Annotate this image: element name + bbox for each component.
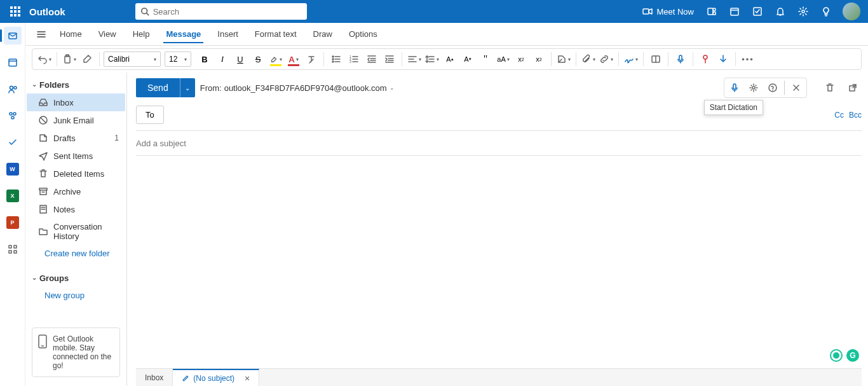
new-group-link[interactable]: New group bbox=[27, 287, 125, 304]
font-color-button[interactable]: A▾ bbox=[285, 51, 302, 67]
italic-button[interactable]: I bbox=[214, 51, 231, 67]
bold-button[interactable]: B bbox=[196, 51, 213, 67]
cc-link[interactable]: Cc bbox=[834, 111, 844, 120]
pencil-icon bbox=[182, 375, 189, 382]
rail-more-apps[interactable] bbox=[4, 240, 22, 258]
bcc-link[interactable]: Bcc bbox=[849, 111, 862, 120]
todo-icon-button[interactable] bbox=[747, 1, 768, 22]
bottom-tab-inbox[interactable]: Inbox bbox=[136, 369, 173, 386]
rail-todo[interactable] bbox=[4, 134, 22, 151]
strikethrough-button[interactable]: S bbox=[250, 51, 266, 67]
change-case-button[interactable]: aA▾ bbox=[495, 51, 512, 67]
send-button[interactable]: Send bbox=[136, 78, 180, 97]
styles-button[interactable]: ▾ bbox=[555, 51, 572, 67]
font-name-select[interactable]: Calibri▾ bbox=[104, 52, 161, 67]
folder-sent[interactable]: Sent Items bbox=[27, 147, 125, 165]
immersive-reader-button[interactable] bbox=[648, 51, 664, 67]
tab-message[interactable]: Message bbox=[158, 23, 208, 46]
folder-drafts[interactable]: Drafts1 bbox=[27, 129, 125, 147]
download-button[interactable] bbox=[715, 51, 731, 67]
meet-now-button[interactable]: Meet Now bbox=[637, 1, 699, 22]
mobile-ad[interactable]: Get Outlook mobile. Stay connected on th… bbox=[32, 327, 120, 377]
subject-input[interactable] bbox=[136, 139, 862, 148]
svg-rect-21 bbox=[9, 251, 11, 253]
settings-button[interactable] bbox=[793, 1, 813, 22]
attach-button[interactable]: ▾ bbox=[580, 51, 597, 67]
folder-deleted[interactable]: Deleted Items bbox=[27, 165, 125, 183]
superscript-button[interactable]: x2 bbox=[531, 51, 547, 67]
phone-icon bbox=[37, 334, 48, 348]
link-button[interactable]: ▾ bbox=[598, 51, 614, 67]
dictation-help-button[interactable] bbox=[764, 79, 782, 96]
quote-button[interactable]: " bbox=[477, 51, 494, 67]
font-size-select[interactable]: 12▾ bbox=[165, 52, 191, 67]
decrease-font-button[interactable]: A▾ bbox=[459, 51, 476, 67]
groups-header[interactable]: ⌄Groups bbox=[27, 270, 125, 287]
to-button[interactable]: To bbox=[136, 106, 164, 124]
svg-point-70 bbox=[769, 84, 776, 92]
tab-home[interactable]: Home bbox=[52, 23, 90, 46]
outdent-button[interactable] bbox=[363, 51, 380, 67]
rail-calendar[interactable] bbox=[4, 53, 22, 71]
folders-header[interactable]: ⌄Folders bbox=[27, 76, 125, 93]
rail-excel[interactable]: X bbox=[4, 187, 22, 205]
close-tab-button[interactable]: × bbox=[245, 373, 250, 383]
paste-button[interactable]: ▾ bbox=[61, 51, 78, 67]
dictate-button[interactable] bbox=[726, 79, 743, 96]
lightbulb-icon bbox=[821, 6, 831, 17]
tab-insert[interactable]: Insert bbox=[210, 23, 246, 46]
align-button[interactable]: ▾ bbox=[406, 51, 423, 67]
app-launcher[interactable] bbox=[8, 4, 23, 19]
tab-format-text[interactable]: Format text bbox=[247, 23, 304, 46]
rail-mail[interactable] bbox=[4, 27, 22, 45]
sensitivity-button[interactable] bbox=[697, 51, 714, 67]
grammarly-widget[interactable]: G bbox=[830, 349, 859, 362]
folder-history[interactable]: Conversation History bbox=[27, 218, 125, 245]
more-ribbon-button[interactable]: ••• bbox=[740, 51, 756, 67]
dictate-ribbon-button[interactable] bbox=[672, 51, 689, 67]
folder-archive[interactable]: Archive bbox=[27, 183, 125, 200]
send-dropdown[interactable]: ⌄ bbox=[180, 78, 195, 97]
rail-powerpoint[interactable]: P bbox=[4, 214, 22, 231]
popout-button[interactable] bbox=[844, 79, 862, 96]
create-folder-link[interactable]: Create new folder bbox=[27, 245, 125, 262]
increase-font-button[interactable]: A▴ bbox=[442, 51, 458, 67]
clear-format-button[interactable] bbox=[303, 51, 320, 67]
rail-groups[interactable] bbox=[4, 107, 22, 125]
tab-draw[interactable]: Draw bbox=[306, 23, 340, 46]
teams-icon-button[interactable] bbox=[702, 1, 722, 22]
folder-junk[interactable]: Junk Email bbox=[27, 111, 125, 129]
format-painter-button[interactable] bbox=[79, 51, 95, 67]
tips-button[interactable] bbox=[816, 1, 836, 22]
subscript-button[interactable]: x2 bbox=[513, 51, 529, 67]
dictation-close-button[interactable] bbox=[787, 79, 805, 96]
people-icon bbox=[8, 84, 18, 94]
indent-button[interactable] bbox=[381, 51, 398, 67]
signature-button[interactable]: ▾ bbox=[623, 51, 639, 67]
search-box[interactable] bbox=[135, 3, 307, 20]
rail-people[interactable] bbox=[4, 80, 22, 98]
from-selector[interactable]: From: outlook_F34F8D7FA6DF9704@outlook.c… bbox=[200, 83, 395, 93]
tab-options[interactable]: Options bbox=[341, 23, 385, 46]
rail-word[interactable]: W bbox=[4, 160, 22, 178]
highlight-button[interactable]: ▾ bbox=[268, 51, 284, 67]
undo-button[interactable]: ▾ bbox=[36, 51, 53, 67]
user-avatar[interactable] bbox=[843, 3, 860, 20]
dictation-settings-button[interactable] bbox=[745, 79, 763, 96]
tab-view[interactable]: View bbox=[91, 23, 124, 46]
numbering-button[interactable]: 123 bbox=[346, 51, 362, 67]
underline-button[interactable]: U bbox=[232, 51, 248, 67]
search-input[interactable] bbox=[153, 7, 302, 17]
svg-point-28 bbox=[332, 56, 334, 57]
bottom-tab-draft[interactable]: (No subject) × bbox=[173, 369, 259, 386]
line-spacing-button[interactable]: ▾ bbox=[424, 51, 440, 67]
notifications-button[interactable] bbox=[770, 1, 790, 22]
tab-help[interactable]: Help bbox=[125, 23, 158, 46]
bullets-button[interactable] bbox=[328, 51, 344, 67]
discard-button[interactable] bbox=[821, 79, 839, 96]
folder-notes[interactable]: Notes bbox=[27, 200, 125, 218]
nav-toggle[interactable] bbox=[32, 25, 51, 44]
folder-inbox[interactable]: Inbox bbox=[27, 93, 125, 111]
calendar-icon-button[interactable] bbox=[724, 1, 745, 22]
message-body[interactable]: G bbox=[136, 156, 862, 368]
